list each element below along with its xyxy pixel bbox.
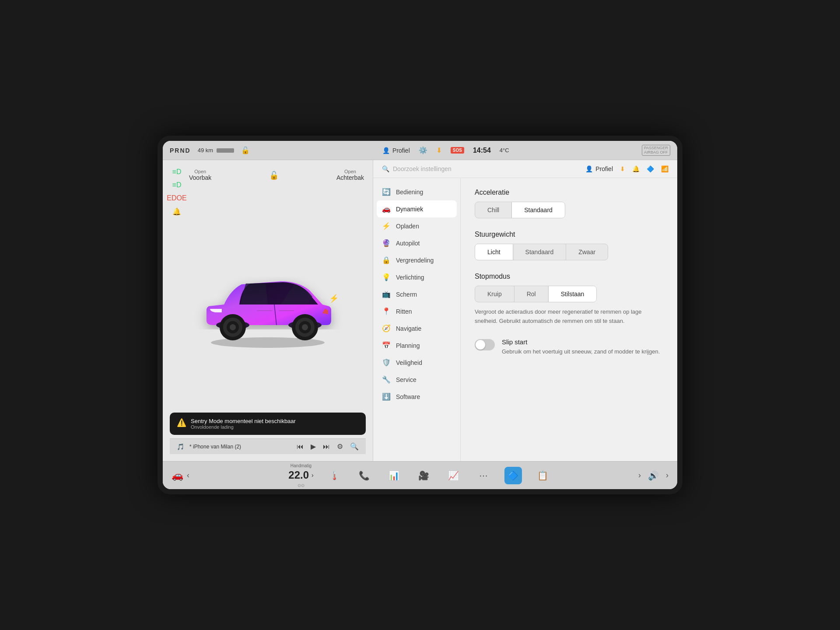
- equalizer-button[interactable]: ⚙: [337, 442, 343, 451]
- bluetooth-taskbar-icon: 🔷: [508, 470, 518, 481]
- steering-title: Stuurgewicht: [475, 231, 663, 238]
- front-hood-main: Voorbak: [189, 174, 211, 181]
- speed-arrows: ›: [312, 472, 314, 479]
- gear-icon-2: ≡D: [170, 180, 184, 190]
- sidebar-item-bediening[interactable]: 🔄 Bediening: [373, 183, 460, 200]
- profile-button[interactable]: 👤 Profiel: [382, 147, 410, 154]
- settings-search-bar: 🔍 Doorzoek instellingen 👤 Profiel ⬇ 🔔 🔷 …: [373, 160, 677, 178]
- licht-button[interactable]: Licht: [475, 244, 513, 260]
- speed-icons: ⊙⊙: [298, 483, 304, 488]
- range-bar: 49 km: [198, 147, 234, 154]
- dynamiek-icon: 🚗: [382, 205, 391, 213]
- rear-trunk-main: Achterbak: [336, 174, 364, 181]
- stopmode-button-group: Kruip Rol Stilstaan: [475, 286, 597, 302]
- settings-profile-icon: 👤: [585, 165, 593, 172]
- taskbar-car-icon[interactable]: 🚗: [172, 470, 183, 481]
- toggle-knob: [476, 340, 485, 350]
- accordion-icon: 📋: [537, 470, 548, 481]
- profile-label: Profiel: [392, 147, 410, 154]
- prev-track-button[interactable]: ⏮: [297, 443, 304, 451]
- heat-icon: 🌡️: [329, 470, 340, 481]
- sidebar-item-verlichting[interactable]: 💡 Verlichting: [373, 269, 460, 286]
- sidebar-item-vergrendeling[interactable]: 🔒 Vergrendeling: [373, 252, 460, 269]
- sidebar-item-scherm[interactable]: 📺 Scherm: [373, 286, 460, 303]
- bell-icon: 🔔: [632, 165, 640, 172]
- play-button[interactable]: ▶: [311, 442, 316, 451]
- stopmode-title: Stopmodus: [475, 273, 663, 280]
- rol-button[interactable]: Rol: [514, 286, 549, 302]
- acceleration-title: Acceleratie: [475, 189, 663, 196]
- slip-start-section: Slip start Gebruik om het voertuig uit s…: [475, 338, 663, 356]
- sidebar-item-software[interactable]: ⬇️ Software: [373, 388, 460, 405]
- software-icon: ⬇️: [382, 392, 391, 401]
- top-status-bar: PRND 49 km 🔓 👤 Profiel ⚙️ ⬇ SOS 14:54 4°…: [163, 141, 677, 160]
- service-icon: 🔧: [382, 375, 391, 384]
- stilstaan-button[interactable]: Stilstaan: [549, 286, 597, 302]
- sidebar-item-opladen[interactable]: ⚡ Opladen: [373, 217, 460, 234]
- sidebar-item-ritten[interactable]: 📍 Ritten: [373, 303, 460, 320]
- volume-arrow-right[interactable]: ›: [666, 471, 668, 480]
- nav-arrow-left[interactable]: ‹: [187, 471, 189, 480]
- planning-icon: 📅: [382, 341, 391, 350]
- gear-selector: ≡D ≡D EDOE 🔔: [170, 167, 184, 216]
- nav-arrow-right[interactable]: ›: [638, 471, 641, 480]
- svg-text:⚡: ⚡: [329, 294, 339, 303]
- right-panel: 🔍 Doorzoek instellingen 👤 Profiel ⬇ 🔔 🔷 …: [373, 160, 677, 461]
- next-track-button[interactable]: ⏭: [323, 443, 330, 451]
- sidebar-label-ritten: Ritten: [396, 308, 412, 315]
- slip-start-toggle[interactable]: [475, 339, 495, 350]
- gear-icon-3: EDOE: [170, 193, 184, 203]
- rear-trunk-label: Open Achterbak: [336, 169, 364, 181]
- settings-icon[interactable]: ⚙️: [419, 146, 427, 154]
- steering-section: Stuurgewicht Licht Standaard Zwaar: [475, 231, 663, 260]
- settings-profile-button[interactable]: 👤 Profiel: [585, 165, 613, 172]
- music-controls: ⏮ ▶ ⏭ ⚙ 🔍: [297, 442, 359, 451]
- heat-button[interactable]: 🌡️: [326, 467, 343, 484]
- sidebar-item-autopilot[interactable]: 🔮 Autopilot: [373, 234, 460, 252]
- navigatie-icon: 🧭: [382, 324, 391, 332]
- settings-header-icons: 👤 Profiel ⬇ 🔔 🔷 📶: [585, 165, 668, 172]
- settings-detail: Acceleratie Chill Standaard Stuurgewicht…: [461, 178, 677, 461]
- left-panel: ≡D ≡D EDOE 🔔 Open Voorbak 🔓 Open: [163, 160, 373, 461]
- chart-icon: 📈: [448, 470, 459, 481]
- steering-button-group: Licht Standaard Zwaar: [475, 244, 608, 260]
- stopmode-description: Vergroot de actieradius door meer regene…: [475, 308, 658, 326]
- kruip-button[interactable]: Kruip: [475, 286, 514, 302]
- signal-icon: 📶: [661, 165, 668, 172]
- sos-badge[interactable]: SOS: [451, 147, 464, 154]
- standaard-acceleration-button[interactable]: Standaard: [512, 202, 565, 218]
- notepad-button[interactable]: 📊: [385, 467, 403, 484]
- phone-button[interactable]: 📞: [356, 467, 373, 484]
- chill-button[interactable]: Chill: [475, 202, 512, 218]
- accordion-button[interactable]: 📋: [534, 467, 552, 484]
- front-hood-small: Open: [189, 169, 211, 174]
- chart-button[interactable]: 📈: [445, 467, 462, 484]
- taskbar-center: Handmatig 22.0 › ⊙⊙ 🌡️ 📞 📊: [233, 463, 607, 488]
- music-bar: 🎵 * iPhone van Milan (2) ⏮ ▶ ⏭ ⚙ 🔍: [170, 438, 366, 454]
- camera-button[interactable]: 🎥: [415, 467, 433, 484]
- standaard-steering-button[interactable]: Standaard: [513, 244, 567, 260]
- passenger-airbag-indicator: PASSENGER AIRBAG OFF: [642, 145, 670, 156]
- sidebar-item-navigatie[interactable]: 🧭 Navigatie: [373, 320, 460, 337]
- search-music-button[interactable]: 🔍: [350, 442, 359, 451]
- zwaar-button[interactable]: Zwaar: [566, 244, 608, 260]
- more-button[interactable]: ⋯: [475, 467, 492, 484]
- music-note-icon: 🎵: [177, 443, 184, 450]
- volume-icon[interactable]: 🔊: [648, 470, 659, 481]
- sidebar-label-navigatie: Navigatie: [396, 325, 421, 332]
- ritten-icon: 📍: [382, 307, 391, 315]
- search-area[interactable]: 🔍 Doorzoek instellingen: [382, 165, 577, 172]
- sidebar-item-planning[interactable]: 📅 Planning: [373, 337, 460, 354]
- vergrendeling-icon: 🔒: [382, 256, 391, 264]
- sentry-text: Sentry Mode momenteel niet beschikbaar O…: [191, 418, 296, 430]
- taskbar-right: › 🔊 ›: [607, 470, 668, 481]
- bluetooth-taskbar-button[interactable]: 🔷: [504, 467, 522, 484]
- sidebar-item-veiligheid[interactable]: 🛡️ Veiligheid: [373, 354, 460, 371]
- slip-start-description: Gebruik om het voertuig uit sneeuw, zand…: [502, 347, 660, 356]
- autopilot-icon: 🔮: [382, 239, 391, 247]
- taskbar: 🚗 ‹ Handmatig 22.0 › ⊙⊙ 🌡️: [163, 461, 677, 489]
- warning-icon: ⚠️: [177, 418, 186, 427]
- sidebar-item-service[interactable]: 🔧 Service: [373, 371, 460, 388]
- sidebar-item-dynamiek[interactable]: 🚗 Dynamiek: [377, 200, 457, 217]
- settings-body: 🔄 Bediening 🚗 Dynamiek ⚡ Opladen 🔮: [373, 178, 677, 461]
